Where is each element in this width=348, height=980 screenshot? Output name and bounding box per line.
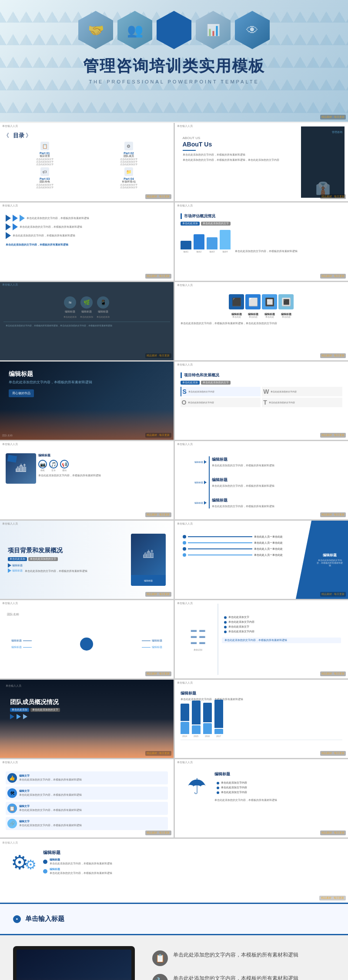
branch-right-item-3: 编辑标题 单击此处添加您的文字内容，本模板的所有素材和逻辑: [212, 498, 343, 508]
branch-label: 单击输入人员: [177, 442, 193, 446]
bar-label-4: 项目4: [222, 250, 228, 253]
proj-arr-2: [8, 568, 11, 573]
check-dot-3: [224, 626, 227, 628]
dark-icon-2: 🌿: [80, 296, 93, 309]
gear-title-2: 编辑标题: [50, 867, 112, 871]
chart-watermark: 精品素材 · 每日更新: [320, 751, 346, 756]
toc-item-3: 🏷 Part 03 团队特色 点击此处添加文字 点击此处添加文字: [3, 167, 86, 189]
icon-list-item-1: 👍 编辑文字 单击此处添加您的文字内容，本模板的所有素材和逻辑: [6, 771, 168, 784]
chart-year-4: 2017: [216, 735, 221, 737]
funnel-row-1: 单击此处添加您的文字内容，本模板的所有素材和逻辑: [6, 215, 168, 222]
features-label: 单击输入人员: [177, 363, 193, 367]
puzzle-content: ⬛ ⬜ 🔲 🔳 编辑标题 单击此处 编辑标题: [178, 292, 345, 327]
night-arrows: [10, 714, 164, 719]
icon-list-label: 单击输入人员: [2, 761, 18, 764]
branch-watermark: 精品素材 · 每日更新: [320, 512, 346, 517]
toc-title-4: 市场环境/估: [122, 180, 136, 183]
chart-bar-4: 2017: [214, 700, 223, 737]
toc-part-2: Part 02: [124, 152, 134, 155]
about-photo-label: 管理咨询: [332, 131, 342, 134]
check-text-2: 单击此处添加文字内容: [228, 621, 254, 624]
city-content: 编辑标题 单击此处添加您的文字内容，本模板的所有素材和逻辑 用心做好作品: [3, 365, 170, 402]
team-branch-watermark: 精品素材 · 每日更新: [145, 671, 171, 676]
roadmap-item-2: 单击此处人员一单击此处: [183, 541, 283, 545]
toc-sub-1c: 点击此处添加文字: [36, 163, 54, 166]
roadmap-item-4: 单击此处人员一单击此处: [183, 553, 283, 557]
toc-title: 目录: [10, 132, 24, 140]
blue-overlay: [7, 455, 17, 462]
funnel-text-2: 单击此处添加您的文字内容，本模板的所有素材和逻辑: [20, 225, 168, 229]
team-branch-content: 团队名称 编辑标题 编辑标题: [3, 609, 170, 674]
proj-arr-1: [8, 563, 11, 568]
puzzle-sub-2: 单击此处: [245, 316, 261, 318]
info-item-2: 🔧 单击此处添加您的文字内容，本模板的所有素材和逻辑: [152, 974, 335, 980]
funnel-spacer-3: 单击此处添加您的文字内容，本模板的所有素材和逻辑: [13, 234, 168, 237]
umbrella-label: 单击输入人员: [177, 761, 193, 764]
bar-4: [220, 230, 231, 249]
toc-sub-3b: 点击此处添加文字: [36, 186, 54, 189]
umbrella-text-1: 单击此处添加文字内容: [221, 781, 247, 784]
info-text-2: 单击此处添加您的文字内容，本模板的所有素材和逻辑: [173, 974, 298, 980]
click-title-text[interactable]: 单击输入标题: [25, 915, 64, 923]
dark-icon-3: 📱: [97, 296, 109, 309]
rb-title-2: 编辑标题: [152, 646, 162, 649]
roadmap-item-1: 单击此处人员一单击此处: [183, 535, 283, 538]
roadmap-line-4: [188, 555, 252, 555]
swot-t: T 单击此处添加您的文字内容: [262, 398, 342, 407]
swot-s-letter: S: [183, 388, 187, 395]
puzzle-sub-4: 单击此处: [278, 316, 294, 318]
funnel-arrow-6: [6, 232, 11, 239]
market-watermark: 精品素材 · 每日更新: [320, 274, 346, 279]
proj-arrows-row: 编辑标题 编辑标题 单击此处添加您的文字内容，本模板的所有素材和逻辑: [8, 563, 131, 573]
hex-photo-2: 👥: [117, 11, 152, 49]
puzzle-title-2: 编辑标题: [245, 313, 261, 316]
gears-title: 编辑标题: [43, 850, 337, 856]
toc-title-1: 项目背景: [40, 155, 50, 158]
gears-watermark: 精品素材 · 每日更新: [319, 896, 346, 900]
icon-list-text-1: 编辑文字 单击此处添加您的文字内容，本模板的所有素材和逻辑: [19, 774, 82, 781]
slide-circle-icons: 单击输入人员 🏙 编辑标题 📷 相机 🎵 音乐: [0, 441, 174, 519]
dark-icon-1: ≈: [64, 296, 76, 309]
market-tag-1: 单击此处添加: [181, 222, 200, 226]
city-team-label: 团队名称: [2, 434, 13, 438]
info-items: 📋 单击此处添加您的文字内容，本模板的所有素材和逻辑 🔧 单击此处添加您的文字内…: [152, 946, 335, 980]
puzzle-title-1: 编辑标题: [229, 313, 244, 316]
gear-item-2: 编辑标题 单击此处添加您的文字内容，本模板的所有素材和逻辑: [43, 867, 337, 875]
toc-item-4: 📁 Part 04 市场环境/估 点击此处添加文字 点击此处添加文字: [87, 167, 170, 189]
check-text-4: 单击此处添加文字内容: [228, 630, 254, 633]
bar-label-3: 项目3: [209, 250, 215, 253]
hex-photo-3: [157, 11, 191, 49]
toc-chevron-left: 《: [3, 132, 9, 140]
branch-right-text-1: 单击此处添加您的文字内容，本模板的所有素材和逻辑: [212, 464, 343, 467]
market-label: 单击输入人员: [177, 204, 193, 208]
slide-chart: 单击输入人员 编辑标题 单击此处添加您的文字内容，本模板的所有素材和逻辑 201…: [175, 680, 348, 758]
umbrella-dot-1: [217, 782, 219, 784]
branch-right-title-3: 编辑标题: [212, 498, 343, 503]
click-title-band[interactable]: ● 单击输入标题: [0, 903, 348, 935]
gear-desc-2: 单击此处添加您的文字内容，本模板的所有素材和逻辑: [50, 871, 112, 875]
bar-blue-1: [181, 704, 189, 721]
swot-o-text: 单击此处添加您的文字内容: [188, 401, 214, 404]
about-divider: [183, 150, 196, 151]
chart-year-3: 2016: [205, 735, 210, 737]
umbrella-icon-area: ☂: [182, 771, 212, 802]
swot-o: O 单击此处添加您的文字内容: [181, 398, 261, 407]
hex-photo-4: 📊: [196, 11, 231, 49]
gear-item-content-2: 编辑标题 单击此处添加您的文字内容，本模板的所有素材和逻辑: [50, 867, 112, 875]
check-dot-2: [224, 621, 227, 624]
slide-gears-full: 单击输入人员 ⚙ ⚙ 编辑标题 编辑标题 单击此处添加您的文字内容，本模板的所有…: [0, 837, 348, 903]
circle-2: 🎵: [49, 460, 58, 468]
proj-bg-label: 单击输入人员: [2, 522, 18, 526]
slide-project-bg-title: 单击输入人员 项目背景和发展概况 单击此处添加 单击此处添加您的文字 编辑标题: [0, 521, 174, 599]
toc-part-4: Part 04: [124, 177, 134, 180]
bar-item-1: 项目1: [181, 241, 191, 253]
circle-edit-title: 编辑标题: [38, 453, 168, 458]
puzzle-1: ⬛: [229, 294, 244, 309]
info-text-1: 单击此处添加您的文字内容，本模板的所有素材和逻辑: [173, 950, 298, 959]
bar-light-4: [214, 729, 223, 734]
proj-bg-watermark: 精品素材 · 每日更新: [145, 592, 171, 597]
about-suit-text: 单击此处添加您的文字内容，本模板的所有素材和逻辑，单击此处添加您的文字内容: [183, 158, 297, 162]
gears-visual: ⚙ ⚙: [11, 851, 37, 874]
gears-row: ⚙ ⚙ 编辑标题 编辑标题 单击此处添加您的文字内容，本模板的所有素材和逻辑: [4, 843, 344, 882]
gears-content: 单击输入人员 ⚙ ⚙ 编辑标题 编辑标题 单击此处添加您的文字内容，本模板的所有…: [0, 839, 348, 886]
